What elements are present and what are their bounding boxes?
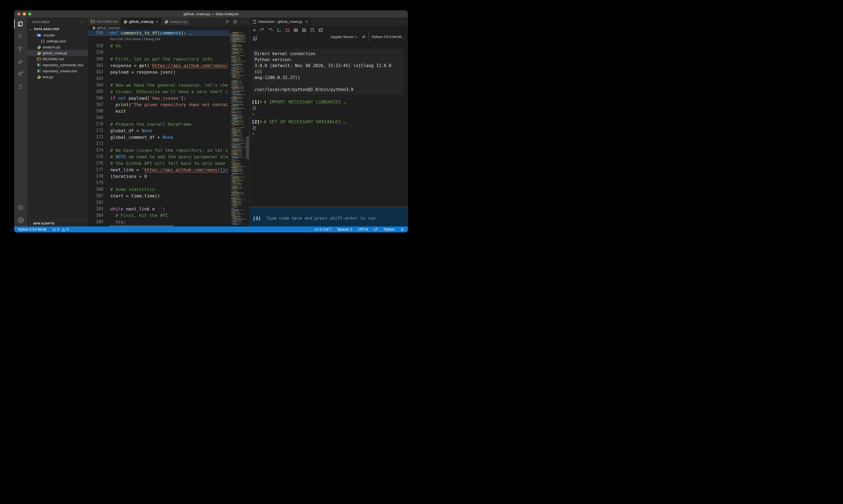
interrupt-kernel-icon[interactable]: [285, 28, 289, 33]
minimap-code-line: [231, 75, 236, 76]
minimap-code-line: [233, 136, 242, 136]
collapse-all-icon[interactable]: [253, 36, 257, 42]
minimap-code-line: [231, 204, 237, 204]
line-content: next_link = 'https://api.github.com/repo…: [88, 167, 230, 173]
workspace-root-label: DATA ANALYSIS: [34, 28, 59, 31]
activity-item-source-control[interactable]: [14, 43, 27, 55]
minimap-code-line: [232, 49, 238, 50]
activity-item-testing[interactable]: [14, 80, 27, 93]
line-content: payload = response.json(): [88, 70, 230, 75]
delete-cell-icon[interactable]: ✕: [252, 131, 408, 136]
explorer-more-actions-icon[interactable]: ···: [80, 20, 85, 24]
code-line-186: 186 # Prettier output: [88, 225, 230, 227]
code-line-161: 161response = get('https://api.github.co…: [88, 62, 230, 69]
status-item-python[interactable]: Python: [383, 228, 395, 231]
activity-item-search[interactable]: [14, 30, 27, 43]
minimap-code-line: [231, 87, 239, 87]
markdown-icon: [91, 20, 95, 23]
tab-analysis.py[interactable]: analysis.py: [162, 18, 191, 25]
minimap-code-line: [233, 41, 245, 42]
minimap-code-line: [231, 193, 244, 193]
delete-cell-icon[interactable]: ✕: [252, 112, 408, 116]
cell-header: [2]# SET UP NECESSARY VARIABLES …: [250, 119, 408, 125]
minimap-code-line: [231, 170, 243, 170]
minimap-code-line: [231, 114, 237, 115]
breadcrumb-more: …: [123, 26, 126, 30]
activity-item-account[interactable]: [14, 201, 27, 214]
minimap[interactable]: [230, 30, 246, 227]
file-tree-item-repository_comments.xlsx[interactable]: repository_comments.xlsx: [27, 62, 88, 68]
code-editor[interactable]: 156›def comments_to_df(comments): …Run C…: [88, 30, 230, 227]
file-tree-item-settings.json[interactable]: { }settings.json: [27, 38, 88, 44]
minimap-code-line: [232, 88, 239, 89]
redo-icon[interactable]: [260, 28, 264, 33]
minimap-code-line: [232, 91, 245, 91]
cell-collapse-arrow-icon[interactable]: [261, 101, 262, 103]
interactive-tab[interactable]: Interactive - github_crawl.py ✕: [250, 18, 311, 25]
jupyter-server-status[interactable]: Jupyter Server: l...: [330, 35, 359, 39]
file-tree-item-github_crawl.py[interactable]: github_crawl.py: [27, 50, 88, 56]
status-item-ln-3-col-7[interactable]: Ln 3, Col 7: [314, 228, 331, 231]
cell-collapse-arrow-icon[interactable]: [261, 120, 262, 123]
variables-icon[interactable]: [293, 28, 298, 33]
minimap-code-line: [231, 151, 237, 151]
minimap-code-line: [231, 42, 236, 43]
chevron-down-icon: ⌄: [28, 28, 33, 31]
editor-scrollbar[interactable]: [246, 30, 249, 227]
file-tree-item-repository_issues.xlsx[interactable]: repository_issues.xlsx: [27, 68, 88, 74]
status-item-lf[interactable]: LF: [373, 228, 378, 231]
minimap-code-line: [231, 197, 241, 198]
status-item-spaces-2[interactable]: Spaces: 2: [337, 228, 353, 231]
activity-item-explorer[interactable]: [14, 18, 27, 30]
activity-item-extensions[interactable]: [14, 68, 27, 80]
goto-code-icon[interactable]: [252, 125, 408, 130]
cell-actions: ✕: [250, 125, 408, 136]
goto-code-icon[interactable]: [252, 106, 408, 110]
close-icon[interactable]: ✕: [305, 20, 308, 24]
clear-icon[interactable]: ✕: [253, 28, 256, 33]
interactive-cell-2: [2]# SET UP NECESSARY VARIABLES …✕: [250, 117, 408, 137]
tab-README.md[interactable]: README.md: [88, 18, 121, 25]
file-label: analysis.py: [43, 45, 60, 49]
code-line-176: 176# the GitHub API will fall back to on…: [88, 160, 230, 166]
minimap-code-line: [231, 176, 239, 177]
workspace-root-row[interactable]: ⌄ DATA ANALYSIS: [27, 26, 88, 32]
open-in-editor-icon[interactable]: [319, 28, 323, 33]
file-tree: ⌄.vscode{ }settings.jsonanalysis.pygithu…: [27, 32, 88, 80]
file-tree-item-.vscode[interactable]: ⌄.vscode: [27, 32, 88, 38]
breadcrumb[interactable]: github_crawl.py › …: [88, 25, 249, 30]
activity-item-run-debug[interactable]: [14, 55, 27, 68]
minimap-code-line: [231, 190, 238, 190]
tab-github_crawl.py[interactable]: github_crawl.py✕: [121, 18, 161, 25]
minimap-code-line: [232, 116, 236, 116]
file-tree-item-test.py[interactable]: test.py: [27, 74, 88, 80]
undo-icon[interactable]: [268, 28, 273, 33]
close-icon[interactable]: ✕: [156, 20, 159, 24]
minimap-code-line: [232, 143, 245, 144]
file-tree-item-analysis.py[interactable]: analysis.py: [27, 44, 88, 50]
split-editor-icon[interactable]: [233, 20, 237, 24]
code-line-183: 183while next_link ≠ '':: [88, 205, 230, 212]
editor-more-actions-icon[interactable]: ···: [241, 20, 246, 24]
code-line-160: 160# First, let us get the repository in…: [88, 56, 230, 62]
notifications-bell-icon[interactable]: [400, 228, 405, 231]
code-line-177: 177next_link = 'https://api.github.com/r…: [88, 166, 230, 173]
code-line-174: 174# We have issues for the repository, …: [88, 147, 230, 154]
python-kernel-status[interactable]: Python 3.9.0 64-bit:...: [372, 35, 405, 39]
run-file-button[interactable]: [226, 20, 230, 24]
problems-status[interactable]: 0 0: [52, 228, 69, 231]
python-icon: [123, 20, 127, 24]
codelens-run-cell[interactable]: Run Cell | Run Above | Debug Cell: [88, 36, 230, 43]
python-interpreter-status[interactable]: Python 3.9.0 64-bit: [17, 228, 47, 231]
status-item-utf-8[interactable]: UTF-8: [358, 228, 368, 231]
interactive-input[interactable]: [3] Type code here and press shift-enter…: [250, 206, 408, 227]
restart-kernel-icon[interactable]: [277, 28, 281, 33]
scrollbar-thumb[interactable]: [246, 136, 249, 159]
activity-item-settings[interactable]: [14, 214, 27, 227]
file-tree-item-README.md[interactable]: README.md: [27, 56, 88, 62]
npm-scripts-section[interactable]: › NPM SCRIPTS: [27, 220, 88, 227]
export-as-icon[interactable]: [310, 28, 315, 33]
save-icon[interactable]: [302, 28, 306, 33]
panel-more-actions-icon[interactable]: ···: [398, 19, 408, 24]
minimap-code-line: [231, 123, 239, 124]
